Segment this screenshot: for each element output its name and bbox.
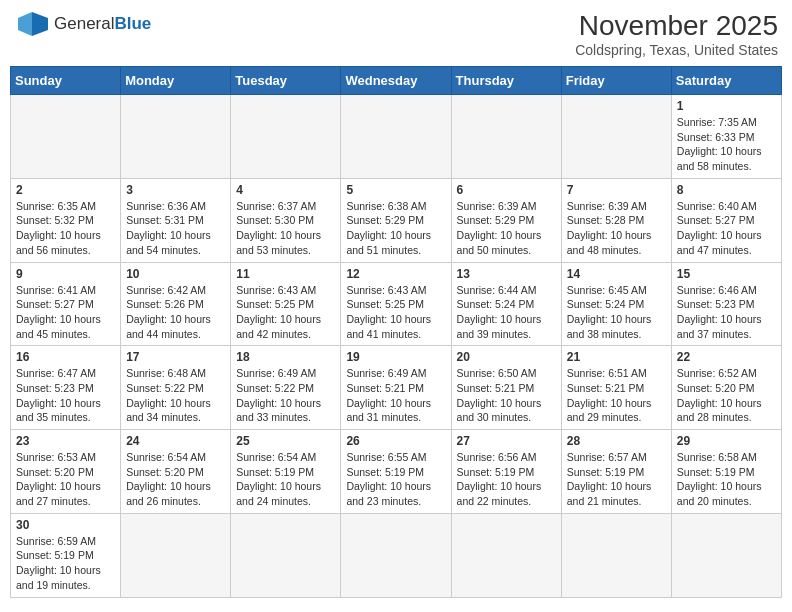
day-number: 16 (16, 350, 115, 364)
page-header: GeneralBlue November 2025 Coldspring, Te… (10, 10, 782, 58)
table-row (561, 513, 671, 597)
table-row: 23Sunrise: 6:53 AM Sunset: 5:20 PM Dayli… (11, 430, 121, 514)
table-row: 16Sunrise: 6:47 AM Sunset: 5:23 PM Dayli… (11, 346, 121, 430)
table-row: 22Sunrise: 6:52 AM Sunset: 5:20 PM Dayli… (671, 346, 781, 430)
table-row: 2Sunrise: 6:35 AM Sunset: 5:32 PM Daylig… (11, 178, 121, 262)
day-number: 6 (457, 183, 556, 197)
table-row: 4Sunrise: 6:37 AM Sunset: 5:30 PM Daylig… (231, 178, 341, 262)
table-row: 25Sunrise: 6:54 AM Sunset: 5:19 PM Dayli… (231, 430, 341, 514)
day-number: 5 (346, 183, 445, 197)
table-row (121, 95, 231, 179)
day-info: Sunrise: 6:44 AM Sunset: 5:24 PM Dayligh… (457, 283, 556, 342)
day-info: Sunrise: 6:38 AM Sunset: 5:29 PM Dayligh… (346, 199, 445, 258)
day-number: 21 (567, 350, 666, 364)
col-thursday: Thursday (451, 67, 561, 95)
day-number: 18 (236, 350, 335, 364)
logo: GeneralBlue (14, 10, 151, 38)
day-number: 20 (457, 350, 556, 364)
day-info: Sunrise: 6:58 AM Sunset: 5:19 PM Dayligh… (677, 450, 776, 509)
day-number: 11 (236, 267, 335, 281)
col-sunday: Sunday (11, 67, 121, 95)
day-number: 19 (346, 350, 445, 364)
day-info: Sunrise: 6:37 AM Sunset: 5:30 PM Dayligh… (236, 199, 335, 258)
svg-marker-2 (18, 12, 32, 36)
table-row: 24Sunrise: 6:54 AM Sunset: 5:20 PM Dayli… (121, 430, 231, 514)
calendar-week-row: 23Sunrise: 6:53 AM Sunset: 5:20 PM Dayli… (11, 430, 782, 514)
table-row (341, 95, 451, 179)
day-info: Sunrise: 6:46 AM Sunset: 5:23 PM Dayligh… (677, 283, 776, 342)
month-title: November 2025 (575, 10, 778, 42)
day-info: Sunrise: 6:47 AM Sunset: 5:23 PM Dayligh… (16, 366, 115, 425)
day-info: Sunrise: 6:59 AM Sunset: 5:19 PM Dayligh… (16, 534, 115, 593)
day-number: 15 (677, 267, 776, 281)
day-info: Sunrise: 6:49 AM Sunset: 5:21 PM Dayligh… (346, 366, 445, 425)
table-row: 18Sunrise: 6:49 AM Sunset: 5:22 PM Dayli… (231, 346, 341, 430)
table-row (11, 95, 121, 179)
logo-text: GeneralBlue (54, 14, 151, 34)
day-number: 10 (126, 267, 225, 281)
day-number: 14 (567, 267, 666, 281)
calendar-week-row: 30Sunrise: 6:59 AM Sunset: 5:19 PM Dayli… (11, 513, 782, 597)
day-number: 22 (677, 350, 776, 364)
table-row: 6Sunrise: 6:39 AM Sunset: 5:29 PM Daylig… (451, 178, 561, 262)
day-info: Sunrise: 6:42 AM Sunset: 5:26 PM Dayligh… (126, 283, 225, 342)
table-row: 29Sunrise: 6:58 AM Sunset: 5:19 PM Dayli… (671, 430, 781, 514)
table-row: 26Sunrise: 6:55 AM Sunset: 5:19 PM Dayli… (341, 430, 451, 514)
day-info: Sunrise: 6:43 AM Sunset: 5:25 PM Dayligh… (346, 283, 445, 342)
day-number: 1 (677, 99, 776, 113)
day-number: 17 (126, 350, 225, 364)
day-number: 12 (346, 267, 445, 281)
table-row: 13Sunrise: 6:44 AM Sunset: 5:24 PM Dayli… (451, 262, 561, 346)
day-info: Sunrise: 6:35 AM Sunset: 5:32 PM Dayligh… (16, 199, 115, 258)
day-number: 24 (126, 434, 225, 448)
day-info: Sunrise: 6:54 AM Sunset: 5:20 PM Dayligh… (126, 450, 225, 509)
day-number: 28 (567, 434, 666, 448)
day-number: 23 (16, 434, 115, 448)
calendar-week-row: 1Sunrise: 7:35 AM Sunset: 6:33 PM Daylig… (11, 95, 782, 179)
col-wednesday: Wednesday (341, 67, 451, 95)
table-row (451, 513, 561, 597)
day-info: Sunrise: 6:48 AM Sunset: 5:22 PM Dayligh… (126, 366, 225, 425)
day-number: 26 (346, 434, 445, 448)
day-number: 29 (677, 434, 776, 448)
table-row: 9Sunrise: 6:41 AM Sunset: 5:27 PM Daylig… (11, 262, 121, 346)
day-number: 9 (16, 267, 115, 281)
calendar-week-row: 16Sunrise: 6:47 AM Sunset: 5:23 PM Dayli… (11, 346, 782, 430)
day-info: Sunrise: 6:43 AM Sunset: 5:25 PM Dayligh… (236, 283, 335, 342)
table-row: 15Sunrise: 6:46 AM Sunset: 5:23 PM Dayli… (671, 262, 781, 346)
col-monday: Monday (121, 67, 231, 95)
calendar-table: Sunday Monday Tuesday Wednesday Thursday… (10, 66, 782, 598)
day-info: Sunrise: 6:40 AM Sunset: 5:27 PM Dayligh… (677, 199, 776, 258)
table-row: 19Sunrise: 6:49 AM Sunset: 5:21 PM Dayli… (341, 346, 451, 430)
table-row: 28Sunrise: 6:57 AM Sunset: 5:19 PM Dayli… (561, 430, 671, 514)
table-row: 27Sunrise: 6:56 AM Sunset: 5:19 PM Dayli… (451, 430, 561, 514)
day-info: Sunrise: 6:45 AM Sunset: 5:24 PM Dayligh… (567, 283, 666, 342)
table-row: 8Sunrise: 6:40 AM Sunset: 5:27 PM Daylig… (671, 178, 781, 262)
table-row: 1Sunrise: 7:35 AM Sunset: 6:33 PM Daylig… (671, 95, 781, 179)
table-row: 12Sunrise: 6:43 AM Sunset: 5:25 PM Dayli… (341, 262, 451, 346)
day-info: Sunrise: 6:56 AM Sunset: 5:19 PM Dayligh… (457, 450, 556, 509)
table-row (231, 95, 341, 179)
day-number: 27 (457, 434, 556, 448)
location: Coldspring, Texas, United States (575, 42, 778, 58)
table-row: 21Sunrise: 6:51 AM Sunset: 5:21 PM Dayli… (561, 346, 671, 430)
day-info: Sunrise: 6:52 AM Sunset: 5:20 PM Dayligh… (677, 366, 776, 425)
table-row (231, 513, 341, 597)
table-row: 5Sunrise: 6:38 AM Sunset: 5:29 PM Daylig… (341, 178, 451, 262)
day-info: Sunrise: 6:51 AM Sunset: 5:21 PM Dayligh… (567, 366, 666, 425)
table-row (121, 513, 231, 597)
day-info: Sunrise: 6:49 AM Sunset: 5:22 PM Dayligh… (236, 366, 335, 425)
table-row: 11Sunrise: 6:43 AM Sunset: 5:25 PM Dayli… (231, 262, 341, 346)
table-row: 3Sunrise: 6:36 AM Sunset: 5:31 PM Daylig… (121, 178, 231, 262)
col-tuesday: Tuesday (231, 67, 341, 95)
day-info: Sunrise: 6:39 AM Sunset: 5:28 PM Dayligh… (567, 199, 666, 258)
day-number: 30 (16, 518, 115, 532)
day-info: Sunrise: 6:54 AM Sunset: 5:19 PM Dayligh… (236, 450, 335, 509)
day-info: Sunrise: 6:55 AM Sunset: 5:19 PM Dayligh… (346, 450, 445, 509)
table-row (341, 513, 451, 597)
day-info: Sunrise: 6:50 AM Sunset: 5:21 PM Dayligh… (457, 366, 556, 425)
col-saturday: Saturday (671, 67, 781, 95)
table-row: 30Sunrise: 6:59 AM Sunset: 5:19 PM Dayli… (11, 513, 121, 597)
svg-marker-1 (32, 12, 48, 36)
table-row: 10Sunrise: 6:42 AM Sunset: 5:26 PM Dayli… (121, 262, 231, 346)
